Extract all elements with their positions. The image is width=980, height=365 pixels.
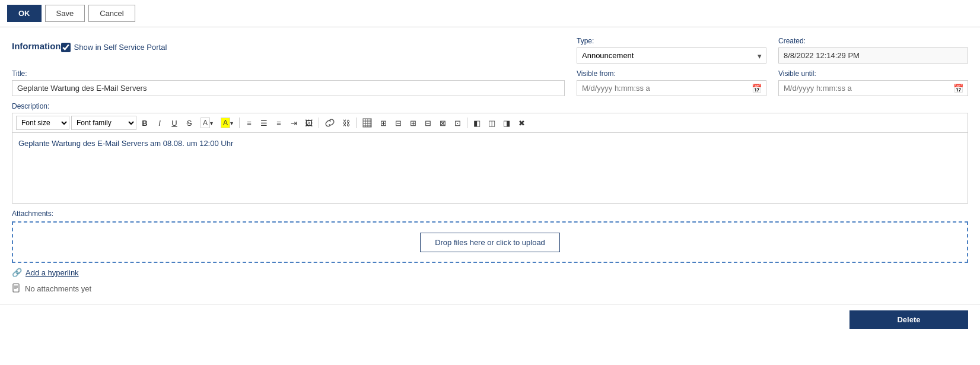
type-label: Type:: [577, 37, 766, 45]
show-portal-label: Show in Self Service Portal: [74, 43, 167, 52]
visible-until-input[interactable]: [778, 80, 968, 96]
visible-until-label: Visible until:: [778, 69, 968, 78]
visible-from-group: Visible from: 📅: [577, 69, 766, 96]
description-section: Description: Font size 810121416 182436 …: [12, 102, 968, 204]
drop-zone[interactable]: Drop files here or click to upload: [12, 221, 968, 263]
description-label: Description:: [12, 102, 968, 110]
italic-button[interactable]: I: [153, 118, 166, 129]
strikethrough-button[interactable]: S: [183, 118, 196, 129]
align-button[interactable]: ≡: [272, 118, 285, 129]
toolbar-divider-1: [239, 118, 240, 128]
visible-from-label: Visible from:: [577, 69, 766, 78]
table-row-before-button[interactable]: ⊞: [406, 118, 419, 129]
created-label: Created:: [778, 37, 968, 45]
unlink-button[interactable]: ⛓: [339, 118, 353, 129]
created-value: 8/8/2022 12:14:29 PM: [778, 47, 968, 64]
text-color-button[interactable]: A▾: [198, 116, 216, 129]
link-button[interactable]: [322, 117, 338, 129]
visible-until-group: Visible until: 📅: [778, 69, 968, 96]
delete-button[interactable]: Delete: [849, 310, 968, 329]
editor-area[interactable]: Geplante Wartung des E-Mail Servers am 0…: [12, 132, 968, 204]
underline-button[interactable]: U: [168, 118, 181, 129]
top-toolbar: OK Save Cancel: [0, 0, 980, 27]
visible-from-wrapper: 📅: [577, 80, 766, 96]
created-group: Created: 8/8/2022 12:14:29 PM: [778, 37, 968, 64]
type-select[interactable]: Announcement Maintenance News: [577, 47, 766, 64]
drop-zone-button[interactable]: Drop files here or click to upload: [420, 233, 560, 252]
attachments-section: Attachments: Drop files here or click to…: [12, 210, 968, 263]
type-group: Type: Announcement Maintenance News ▾: [577, 37, 766, 64]
link-icon: [325, 118, 335, 128]
toolbar-divider-3: [356, 118, 357, 128]
type-select-wrapper: Announcement Maintenance News ▾: [577, 47, 766, 64]
table-split-button[interactable]: ⊡: [451, 118, 464, 129]
no-attachments-row: No attachments yet: [12, 283, 968, 294]
editor-toolbar: Font size 810121416 182436 Font family A…: [12, 113, 968, 132]
show-portal-row: Show in Self Service Portal: [61, 43, 167, 52]
svg-rect-7: [13, 284, 19, 292]
ordered-list-button[interactable]: ≡: [243, 118, 256, 129]
hyperlink-icon: 🔗: [12, 268, 22, 277]
image-button[interactable]: 🖼: [302, 118, 316, 129]
align-left-button[interactable]: ◧: [470, 118, 483, 129]
indent-button[interactable]: ⇥: [287, 118, 300, 129]
align-right-button[interactable]: ◨: [500, 118, 513, 129]
editor-content: Geplante Wartung des E-Mail Servers am 0…: [18, 139, 233, 148]
no-attachments-icon: [12, 283, 21, 294]
section-title: Information: [12, 41, 61, 51]
table-col-after-button[interactable]: ⊟: [392, 118, 405, 129]
add-hyperlink-link[interactable]: Add a hyperlink: [26, 268, 79, 277]
visible-until-wrapper: 📅: [778, 80, 968, 96]
unordered-list-button[interactable]: ☰: [257, 118, 271, 129]
bottom-bar: Delete: [0, 304, 980, 335]
show-portal-checkbox[interactable]: [61, 43, 71, 52]
toolbar-divider-2: [319, 118, 319, 128]
table-col-before-button[interactable]: ⊞: [377, 118, 390, 129]
bold-button[interactable]: B: [138, 118, 151, 129]
clear-format-button[interactable]: ✖: [515, 118, 528, 129]
title-input[interactable]: [12, 80, 565, 96]
table-merge-button[interactable]: ⊠: [436, 118, 449, 129]
highlight-button[interactable]: A▾: [218, 116, 236, 129]
table-row-after-button[interactable]: ⊟: [421, 118, 434, 129]
cancel-button[interactable]: Cancel: [88, 5, 135, 22]
ok-button[interactable]: OK: [7, 5, 42, 22]
align-center-button[interactable]: ◫: [485, 118, 498, 129]
font-size-select[interactable]: Font size 810121416 182436: [16, 116, 69, 130]
toolbar-divider-4: [467, 118, 467, 128]
hyperlink-row: 🔗 Add a hyperlink: [12, 268, 968, 277]
no-attachments-text: No attachments yet: [25, 284, 91, 293]
title-label: Title:: [12, 69, 565, 78]
visible-from-input[interactable]: [577, 80, 766, 96]
attachments-label: Attachments:: [12, 210, 968, 218]
table-button[interactable]: [359, 117, 375, 129]
table-icon: [362, 118, 372, 128]
title-group: Title:: [12, 69, 565, 96]
main-content: Information Show in Self Service Portal …: [0, 27, 980, 304]
save-button[interactable]: Save: [45, 5, 85, 22]
font-family-select[interactable]: Font family ArialTimes New RomanCourier …: [71, 116, 136, 130]
